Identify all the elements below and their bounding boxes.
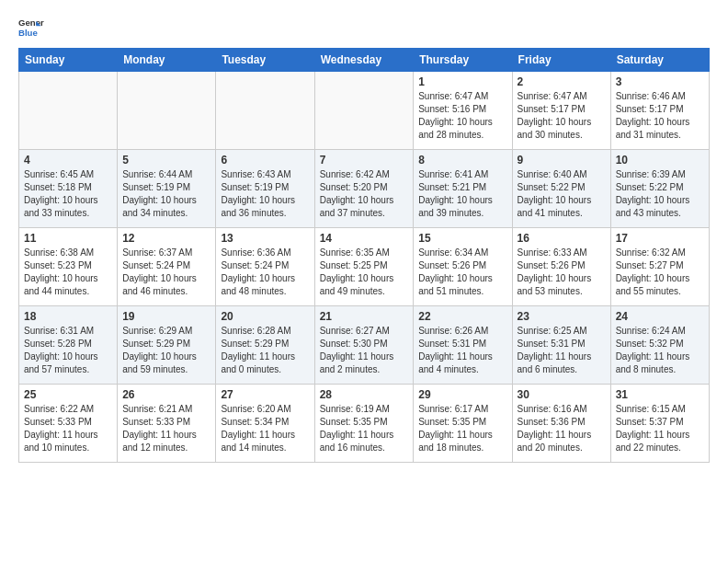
day-info: Sunrise: 6:27 AM Sunset: 5:30 PM Dayligh… — [320, 325, 409, 376]
day-number: 30 — [518, 388, 606, 401]
calendar-cell: 7Sunrise: 6:42 AM Sunset: 5:20 PM Daylig… — [314, 150, 414, 228]
calendar-cell: 6Sunrise: 6:43 AM Sunset: 5:19 PM Daylig… — [216, 150, 314, 228]
day-number: 8 — [418, 154, 506, 167]
day-info: Sunrise: 6:17 AM Sunset: 5:35 PM Dayligh… — [418, 403, 506, 454]
logo-icon: General Blue — [18, 15, 44, 40]
day-number: 31 — [616, 388, 704, 401]
weekday-header-monday: Monday — [118, 49, 216, 72]
calendar-table: SundayMondayTuesdayWednesdayThursdayFrid… — [18, 48, 710, 463]
calendar-cell: 17Sunrise: 6:32 AM Sunset: 5:27 PM Dayli… — [610, 228, 709, 306]
day-info: Sunrise: 6:45 AM Sunset: 5:18 PM Dayligh… — [24, 168, 112, 220]
calendar-cell: 11Sunrise: 6:38 AM Sunset: 5:23 PM Dayli… — [19, 228, 118, 306]
calendar-cell: 15Sunrise: 6:34 AM Sunset: 5:26 PM Dayli… — [414, 228, 512, 306]
calendar-cell: 8Sunrise: 6:41 AM Sunset: 5:21 PM Daylig… — [414, 150, 512, 228]
calendar-cell: 21Sunrise: 6:27 AM Sunset: 5:30 PM Dayli… — [314, 306, 414, 385]
day-info: Sunrise: 6:31 AM Sunset: 5:28 PM Dayligh… — [24, 325, 112, 376]
day-info: Sunrise: 6:33 AM Sunset: 5:26 PM Dayligh… — [518, 247, 606, 298]
day-number: 2 — [518, 75, 606, 88]
day-number: 15 — [418, 232, 506, 245]
weekday-header-tuesday: Tuesday — [216, 49, 314, 72]
day-number: 17 — [616, 232, 704, 245]
day-info: Sunrise: 6:21 AM Sunset: 5:33 PM Dayligh… — [122, 403, 210, 454]
calendar-cell — [19, 72, 118, 150]
svg-text:General: General — [18, 17, 44, 28]
calendar-cell: 23Sunrise: 6:25 AM Sunset: 5:31 PM Dayli… — [512, 306, 610, 385]
day-info: Sunrise: 6:19 AM Sunset: 5:35 PM Dayligh… — [320, 403, 409, 454]
calendar-cell: 12Sunrise: 6:37 AM Sunset: 5:24 PM Dayli… — [118, 228, 216, 306]
calendar-cell: 28Sunrise: 6:19 AM Sunset: 5:35 PM Dayli… — [314, 385, 414, 463]
weekday-header-row: SundayMondayTuesdayWednesdayThursdayFrid… — [19, 49, 710, 72]
calendar-cell: 30Sunrise: 6:16 AM Sunset: 5:36 PM Dayli… — [512, 385, 610, 463]
day-number: 5 — [122, 154, 210, 167]
week-row-1: 1Sunrise: 6:47 AM Sunset: 5:16 PM Daylig… — [19, 72, 710, 150]
day-number: 23 — [518, 310, 606, 323]
calendar-cell — [216, 72, 314, 150]
calendar-cell: 2Sunrise: 6:47 AM Sunset: 5:17 PM Daylig… — [512, 72, 610, 150]
day-info: Sunrise: 6:29 AM Sunset: 5:29 PM Dayligh… — [122, 325, 210, 376]
day-number: 26 — [122, 388, 210, 401]
day-number: 29 — [418, 388, 506, 401]
week-row-3: 11Sunrise: 6:38 AM Sunset: 5:23 PM Dayli… — [19, 228, 710, 306]
calendar-cell: 19Sunrise: 6:29 AM Sunset: 5:29 PM Dayli… — [118, 306, 216, 385]
day-info: Sunrise: 6:34 AM Sunset: 5:26 PM Dayligh… — [418, 247, 506, 298]
day-info: Sunrise: 6:37 AM Sunset: 5:24 PM Dayligh… — [122, 247, 210, 298]
calendar-cell: 20Sunrise: 6:28 AM Sunset: 5:29 PM Dayli… — [216, 306, 314, 385]
day-info: Sunrise: 6:22 AM Sunset: 5:33 PM Dayligh… — [24, 403, 112, 454]
calendar-cell: 1Sunrise: 6:47 AM Sunset: 5:16 PM Daylig… — [414, 72, 512, 150]
day-number: 9 — [518, 154, 606, 167]
day-number: 11 — [24, 232, 112, 245]
day-number: 1 — [418, 75, 506, 88]
calendar-cell: 14Sunrise: 6:35 AM Sunset: 5:25 PM Dayli… — [314, 228, 414, 306]
day-info: Sunrise: 6:26 AM Sunset: 5:31 PM Dayligh… — [418, 325, 506, 376]
calendar-cell: 18Sunrise: 6:31 AM Sunset: 5:28 PM Dayli… — [19, 306, 118, 385]
calendar-cell — [118, 72, 216, 150]
day-info: Sunrise: 6:43 AM Sunset: 5:19 PM Dayligh… — [221, 168, 309, 220]
day-number: 16 — [518, 232, 606, 245]
day-number: 25 — [24, 388, 112, 401]
calendar-cell: 29Sunrise: 6:17 AM Sunset: 5:35 PM Dayli… — [414, 385, 512, 463]
day-number: 7 — [320, 154, 409, 167]
day-number: 4 — [24, 154, 112, 167]
week-row-5: 25Sunrise: 6:22 AM Sunset: 5:33 PM Dayli… — [19, 385, 710, 463]
day-number: 27 — [221, 388, 309, 401]
calendar-cell: 9Sunrise: 6:40 AM Sunset: 5:22 PM Daylig… — [512, 150, 610, 228]
calendar-cell: 24Sunrise: 6:24 AM Sunset: 5:32 PM Dayli… — [610, 306, 709, 385]
day-info: Sunrise: 6:24 AM Sunset: 5:32 PM Dayligh… — [616, 325, 704, 376]
weekday-header-sunday: Sunday — [19, 49, 118, 72]
day-number: 28 — [320, 388, 409, 401]
calendar-body: 1Sunrise: 6:47 AM Sunset: 5:16 PM Daylig… — [19, 72, 710, 463]
day-number: 22 — [418, 310, 506, 323]
calendar-cell: 5Sunrise: 6:44 AM Sunset: 5:19 PM Daylig… — [118, 150, 216, 228]
day-info: Sunrise: 6:41 AM Sunset: 5:21 PM Dayligh… — [418, 168, 506, 220]
day-number: 19 — [122, 310, 210, 323]
day-info: Sunrise: 6:20 AM Sunset: 5:34 PM Dayligh… — [221, 403, 309, 454]
weekday-header-wednesday: Wednesday — [314, 49, 414, 72]
day-info: Sunrise: 6:16 AM Sunset: 5:36 PM Dayligh… — [518, 403, 606, 454]
day-info: Sunrise: 6:40 AM Sunset: 5:22 PM Dayligh… — [518, 168, 606, 220]
calendar-cell: 4Sunrise: 6:45 AM Sunset: 5:18 PM Daylig… — [19, 150, 118, 228]
day-number: 3 — [616, 75, 704, 88]
day-info: Sunrise: 6:47 AM Sunset: 5:16 PM Dayligh… — [418, 90, 506, 142]
calendar-cell: 22Sunrise: 6:26 AM Sunset: 5:31 PM Dayli… — [414, 306, 512, 385]
day-info: Sunrise: 6:28 AM Sunset: 5:29 PM Dayligh… — [221, 325, 309, 376]
weekday-header-friday: Friday — [512, 49, 610, 72]
day-number: 14 — [320, 232, 409, 245]
day-number: 21 — [320, 310, 409, 323]
day-info: Sunrise: 6:35 AM Sunset: 5:25 PM Dayligh… — [320, 247, 409, 298]
calendar-cell: 16Sunrise: 6:33 AM Sunset: 5:26 PM Dayli… — [512, 228, 610, 306]
day-number: 12 — [122, 232, 210, 245]
day-number: 24 — [616, 310, 704, 323]
day-info: Sunrise: 6:42 AM Sunset: 5:20 PM Dayligh… — [320, 168, 409, 220]
calendar-cell — [314, 72, 414, 150]
calendar-cell: 3Sunrise: 6:46 AM Sunset: 5:17 PM Daylig… — [610, 72, 709, 150]
calendar-cell: 25Sunrise: 6:22 AM Sunset: 5:33 PM Dayli… — [19, 385, 118, 463]
calendar-cell: 26Sunrise: 6:21 AM Sunset: 5:33 PM Dayli… — [118, 385, 216, 463]
day-info: Sunrise: 6:25 AM Sunset: 5:31 PM Dayligh… — [518, 325, 606, 376]
day-number: 6 — [221, 154, 309, 167]
day-number: 18 — [24, 310, 112, 323]
day-info: Sunrise: 6:44 AM Sunset: 5:19 PM Dayligh… — [122, 168, 210, 220]
logo: General Blue — [18, 15, 44, 40]
calendar-cell: 31Sunrise: 6:15 AM Sunset: 5:37 PM Dayli… — [610, 385, 709, 463]
day-info: Sunrise: 6:39 AM Sunset: 5:22 PM Dayligh… — [616, 168, 704, 220]
header: General Blue — [18, 15, 710, 40]
